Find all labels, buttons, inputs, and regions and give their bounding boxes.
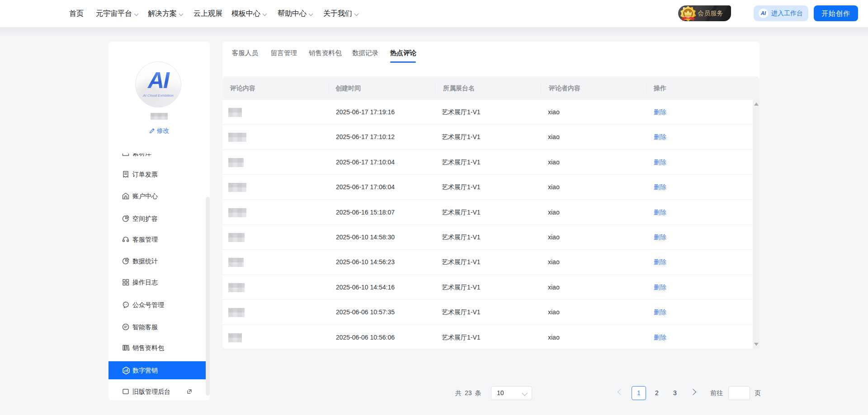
svg-text:VIP: VIP: [686, 17, 690, 19]
